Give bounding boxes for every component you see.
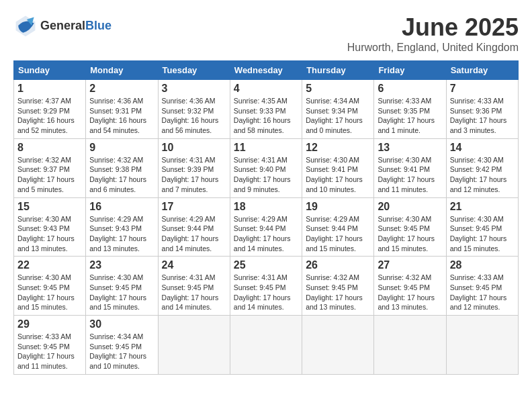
calendar-cell: 1Sunrise: 4:37 AMSunset: 9:29 PMDaylight…: [14, 80, 86, 139]
calendar-cell: 26Sunrise: 4:32 AMSunset: 9:45 PMDayligh…: [302, 257, 374, 316]
week-row-1: 1Sunrise: 4:37 AMSunset: 9:29 PMDaylight…: [14, 80, 519, 139]
calendar-cell: 6Sunrise: 4:33 AMSunset: 9:35 PMDaylight…: [374, 80, 446, 139]
calendar-cell: 12Sunrise: 4:30 AMSunset: 9:41 PMDayligh…: [302, 138, 374, 197]
day-info: Sunrise: 4:33 AMSunset: 9:45 PMDaylight:…: [17, 332, 82, 371]
calendar-table: Sunday Monday Tuesday Wednesday Thursday…: [13, 60, 519, 375]
day-number: 12: [306, 142, 370, 154]
day-number: 25: [234, 259, 298, 271]
day-number: 1: [17, 83, 82, 95]
day-info: Sunrise: 4:29 AMSunset: 9:44 PMDaylight:…: [162, 214, 226, 254]
day-info: Sunrise: 4:34 AMSunset: 9:34 PMDaylight:…: [306, 96, 370, 136]
day-number: 28: [450, 259, 515, 271]
day-info: Sunrise: 4:36 AMSunset: 9:31 PMDaylight:…: [89, 96, 154, 136]
header-row: Sunday Monday Tuesday Wednesday Thursday…: [14, 61, 519, 80]
day-number: 15: [17, 201, 82, 213]
calendar-cell: 25Sunrise: 4:31 AMSunset: 9:45 PMDayligh…: [230, 257, 302, 316]
day-number: 3: [162, 83, 226, 95]
col-friday: Friday: [374, 61, 446, 80]
day-number: 30: [89, 318, 154, 330]
week-row-5: 29Sunrise: 4:33 AMSunset: 9:45 PMDayligh…: [14, 316, 519, 375]
day-info: Sunrise: 4:37 AMSunset: 9:29 PMDaylight:…: [17, 96, 82, 136]
calendar-cell: 29Sunrise: 4:33 AMSunset: 9:45 PMDayligh…: [14, 316, 86, 375]
day-info: Sunrise: 4:30 AMSunset: 9:45 PMDaylight:…: [17, 273, 82, 312]
calendar-cell: [302, 316, 374, 375]
logo: GeneralBlue: [13, 13, 112, 38]
day-number: 27: [378, 259, 442, 271]
day-number: 18: [234, 201, 298, 213]
col-tuesday: Tuesday: [158, 61, 230, 80]
day-number: 16: [89, 201, 154, 213]
day-info: Sunrise: 4:30 AMSunset: 9:45 PMDaylight:…: [450, 214, 515, 254]
calendar-cell: [374, 316, 446, 375]
day-info: Sunrise: 4:30 AMSunset: 9:43 PMDaylight:…: [17, 214, 82, 254]
day-info: Sunrise: 4:31 AMSunset: 9:40 PMDaylight:…: [234, 155, 298, 195]
day-info: Sunrise: 4:36 AMSunset: 9:32 PMDaylight:…: [162, 96, 226, 136]
calendar-cell: 15Sunrise: 4:30 AMSunset: 9:43 PMDayligh…: [14, 197, 86, 257]
location-title: Hurworth, England, United Kingdom: [347, 42, 519, 54]
col-monday: Monday: [86, 61, 158, 80]
day-info: Sunrise: 4:32 AMSunset: 9:45 PMDaylight:…: [306, 273, 370, 312]
calendar-cell: 20Sunrise: 4:30 AMSunset: 9:45 PMDayligh…: [374, 197, 446, 257]
calendar-body: 1Sunrise: 4:37 AMSunset: 9:29 PMDaylight…: [14, 80, 519, 375]
calendar-cell: 11Sunrise: 4:31 AMSunset: 9:40 PMDayligh…: [230, 138, 302, 197]
day-info: Sunrise: 4:32 AMSunset: 9:38 PMDaylight:…: [89, 155, 154, 195]
calendar-cell: 3Sunrise: 4:36 AMSunset: 9:32 PMDaylight…: [158, 80, 230, 139]
day-info: Sunrise: 4:33 AMSunset: 9:35 PMDaylight:…: [378, 96, 442, 136]
col-sunday: Sunday: [14, 61, 86, 80]
calendar-cell: [158, 316, 230, 375]
logo-text-general: General: [40, 19, 85, 32]
day-number: 29: [17, 318, 82, 330]
header: GeneralBlue June 2025 Hurworth, England,…: [13, 13, 519, 54]
day-info: Sunrise: 4:33 AMSunset: 9:36 PMDaylight:…: [450, 96, 515, 136]
day-number: 13: [378, 142, 442, 154]
day-number: 26: [306, 259, 370, 271]
col-wednesday: Wednesday: [230, 61, 302, 80]
calendar-cell: 30Sunrise: 4:34 AMSunset: 9:45 PMDayligh…: [86, 316, 158, 375]
day-number: 19: [306, 201, 370, 213]
week-row-3: 15Sunrise: 4:30 AMSunset: 9:43 PMDayligh…: [14, 197, 519, 257]
calendar-cell: 4Sunrise: 4:35 AMSunset: 9:33 PMDaylight…: [230, 80, 302, 139]
calendar-cell: 10Sunrise: 4:31 AMSunset: 9:39 PMDayligh…: [158, 138, 230, 197]
week-row-4: 22Sunrise: 4:30 AMSunset: 9:45 PMDayligh…: [14, 257, 519, 316]
day-number: 8: [17, 142, 82, 154]
calendar-cell: 27Sunrise: 4:32 AMSunset: 9:45 PMDayligh…: [374, 257, 446, 316]
day-number: 11: [234, 142, 298, 154]
day-number: 14: [450, 142, 515, 154]
day-info: Sunrise: 4:30 AMSunset: 9:42 PMDaylight:…: [450, 155, 515, 195]
day-info: Sunrise: 4:30 AMSunset: 9:45 PMDaylight:…: [89, 273, 154, 312]
calendar-cell: 22Sunrise: 4:30 AMSunset: 9:45 PMDayligh…: [14, 257, 86, 316]
calendar-cell: 23Sunrise: 4:30 AMSunset: 9:45 PMDayligh…: [86, 257, 158, 316]
calendar-cell: 9Sunrise: 4:32 AMSunset: 9:38 PMDaylight…: [86, 138, 158, 197]
calendar-cell: 24Sunrise: 4:31 AMSunset: 9:45 PMDayligh…: [158, 257, 230, 316]
day-number: 17: [162, 201, 226, 213]
col-saturday: Saturday: [446, 61, 518, 80]
day-info: Sunrise: 4:30 AMSunset: 9:45 PMDaylight:…: [378, 214, 442, 254]
calendar-cell: 13Sunrise: 4:30 AMSunset: 9:41 PMDayligh…: [374, 138, 446, 197]
day-number: 21: [450, 201, 515, 213]
day-info: Sunrise: 4:33 AMSunset: 9:45 PMDaylight:…: [450, 273, 515, 312]
calendar-cell: 28Sunrise: 4:33 AMSunset: 9:45 PMDayligh…: [446, 257, 518, 316]
calendar-cell: 17Sunrise: 4:29 AMSunset: 9:44 PMDayligh…: [158, 197, 230, 257]
day-number: 7: [450, 83, 515, 95]
day-number: 2: [89, 83, 154, 95]
day-info: Sunrise: 4:29 AMSunset: 9:43 PMDaylight:…: [89, 214, 154, 254]
calendar-cell: 5Sunrise: 4:34 AMSunset: 9:34 PMDaylight…: [302, 80, 374, 139]
month-title: June 2025: [347, 13, 519, 42]
day-info: Sunrise: 4:31 AMSunset: 9:45 PMDaylight:…: [162, 273, 226, 312]
day-number: 23: [89, 259, 154, 271]
day-info: Sunrise: 4:31 AMSunset: 9:45 PMDaylight:…: [234, 273, 298, 312]
day-info: Sunrise: 4:32 AMSunset: 9:45 PMDaylight:…: [378, 273, 442, 312]
calendar-cell: 18Sunrise: 4:29 AMSunset: 9:44 PMDayligh…: [230, 197, 302, 257]
calendar-cell: 8Sunrise: 4:32 AMSunset: 9:37 PMDaylight…: [14, 138, 86, 197]
day-info: Sunrise: 4:34 AMSunset: 9:45 PMDaylight:…: [89, 332, 154, 371]
day-info: Sunrise: 4:30 AMSunset: 9:41 PMDaylight:…: [378, 155, 442, 195]
day-info: Sunrise: 4:35 AMSunset: 9:33 PMDaylight:…: [234, 96, 298, 136]
day-info: Sunrise: 4:29 AMSunset: 9:44 PMDaylight:…: [306, 214, 370, 254]
day-info: Sunrise: 4:31 AMSunset: 9:39 PMDaylight:…: [162, 155, 226, 195]
day-number: 10: [162, 142, 226, 154]
calendar-cell: 16Sunrise: 4:29 AMSunset: 9:43 PMDayligh…: [86, 197, 158, 257]
day-info: Sunrise: 4:30 AMSunset: 9:41 PMDaylight:…: [306, 155, 370, 195]
day-info: Sunrise: 4:32 AMSunset: 9:37 PMDaylight:…: [17, 155, 82, 195]
calendar-cell: 21Sunrise: 4:30 AMSunset: 9:45 PMDayligh…: [446, 197, 518, 257]
calendar-cell: [230, 316, 302, 375]
